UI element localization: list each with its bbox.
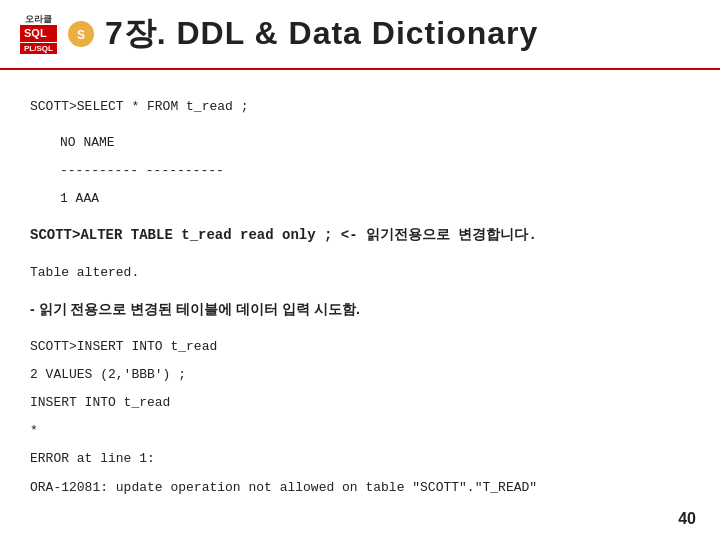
insert-line-4: * xyxy=(30,420,690,442)
alter-table-line: SCOTT>ALTER TABLE t_read read only ; <- … xyxy=(30,224,690,248)
section-result: NO NAME ---------- ---------- 1 AAA xyxy=(30,132,690,210)
logo-plsql-text: PL/SQL xyxy=(20,43,57,54)
result-row: 1 AAA xyxy=(60,188,690,210)
logo-area: 오라클 SQL PL/SQL S xyxy=(20,14,105,53)
error-line-1: ERROR at line 1: xyxy=(30,448,690,470)
section-select: SCOTT>SELECT * FROM t_read ; xyxy=(30,96,690,118)
logo-block: 오라클 SQL PL/SQL xyxy=(20,14,57,53)
logo-top-text: 오라클 xyxy=(20,14,57,25)
select-query-line: SCOTT>SELECT * FROM t_read ; xyxy=(30,96,690,118)
logo-icon: S xyxy=(67,20,95,48)
logo-sql-text: SQL xyxy=(20,25,57,41)
page-header: 오라클 SQL PL/SQL S 7장. DDL & Data Dictiona… xyxy=(0,0,720,70)
insert-line-3: INSERT INTO t_read xyxy=(30,392,690,414)
section-description: - 읽기 전용으로 변경된 테이블에 데이터 입력 시도함. xyxy=(30,298,690,322)
result-header: NO NAME xyxy=(60,132,690,154)
main-content: SCOTT>SELECT * FROM t_read ; NO NAME ---… xyxy=(0,70,720,533)
insert-line-2: 2 VALUES (2,'BBB') ; xyxy=(30,364,690,386)
table-altered-line: Table altered. xyxy=(30,262,690,284)
page-title: 7장. DDL & Data Dictionary xyxy=(105,12,538,56)
section-table-altered: Table altered. xyxy=(30,262,690,284)
section-insert: SCOTT>INSERT INTO t_read 2 VALUES (2,'BB… xyxy=(30,336,690,499)
section-alter: SCOTT>ALTER TABLE t_read read only ; <- … xyxy=(30,224,690,248)
result-divider: ---------- ---------- xyxy=(60,160,690,182)
insert-line-1: SCOTT>INSERT INTO t_read xyxy=(30,336,690,358)
page-number: 40 xyxy=(678,510,696,528)
svg-text:S: S xyxy=(77,28,85,42)
error-line-2: ORA-12081: update operation not allowed … xyxy=(30,477,690,499)
description-line: - 읽기 전용으로 변경된 테이블에 데이터 입력 시도함. xyxy=(30,298,690,322)
